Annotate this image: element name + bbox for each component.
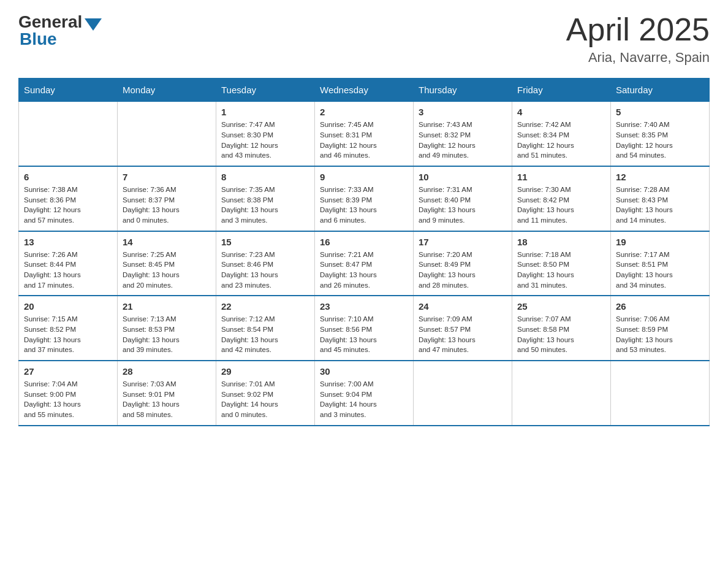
day-number: 30 [320,366,408,377]
cell-info: Sunrise: 7:21 AM Sunset: 8:47 PM Dayligh… [320,250,408,291]
day-number: 7 [123,172,211,182]
day-header-thursday: Thursday [414,79,512,102]
cell-info: Sunrise: 7:10 AM Sunset: 8:56 PM Dayligh… [320,314,408,355]
day-number: 21 [123,301,211,312]
calendar-cell: 16Sunrise: 7:21 AM Sunset: 8:47 PM Dayli… [315,231,414,296]
day-number: 6 [24,172,112,182]
cell-info: Sunrise: 7:26 AM Sunset: 8:44 PM Dayligh… [24,250,112,291]
cell-info: Sunrise: 7:42 AM Sunset: 8:34 PM Dayligh… [517,120,605,161]
calendar-cell: 8Sunrise: 7:35 AM Sunset: 8:38 PM Daylig… [216,166,315,231]
cell-info: Sunrise: 7:43 AM Sunset: 8:32 PM Dayligh… [419,120,507,161]
cell-info: Sunrise: 7:00 AM Sunset: 9:04 PM Dayligh… [320,379,408,420]
calendar-cell: 15Sunrise: 7:23 AM Sunset: 8:46 PM Dayli… [216,231,315,296]
calendar-cell [512,361,611,426]
calendar-cell [611,361,710,426]
day-number: 17 [419,237,507,247]
day-number: 22 [221,301,309,312]
cell-info: Sunrise: 7:17 AM Sunset: 8:51 PM Dayligh… [616,250,704,291]
day-number: 5 [616,107,704,117]
cell-info: Sunrise: 7:28 AM Sunset: 8:43 PM Dayligh… [616,185,704,226]
day-number: 28 [123,366,211,377]
calendar-cell: 25Sunrise: 7:07 AM Sunset: 8:58 PM Dayli… [512,296,611,361]
day-header-monday: Monday [118,79,216,102]
calendar-cell: 17Sunrise: 7:20 AM Sunset: 8:49 PM Dayli… [414,231,512,296]
day-number: 8 [221,172,309,182]
cell-info: Sunrise: 7:40 AM Sunset: 8:35 PM Dayligh… [616,120,704,161]
day-number: 14 [123,237,211,247]
logo-arrow-icon [85,18,102,31]
day-number: 9 [320,172,408,182]
calendar-cell: 22Sunrise: 7:12 AM Sunset: 8:54 PM Dayli… [216,296,315,361]
calendar-cell [118,102,216,166]
calendar-cell: 7Sunrise: 7:36 AM Sunset: 8:37 PM Daylig… [118,166,216,231]
cell-info: Sunrise: 7:06 AM Sunset: 8:59 PM Dayligh… [616,314,704,355]
day-number: 4 [517,107,605,117]
cell-info: Sunrise: 7:38 AM Sunset: 8:36 PM Dayligh… [24,185,112,226]
calendar-week-2: 6Sunrise: 7:38 AM Sunset: 8:36 PM Daylig… [19,166,710,231]
calendar-cell: 27Sunrise: 7:04 AM Sunset: 9:00 PM Dayli… [19,361,118,426]
cell-info: Sunrise: 7:01 AM Sunset: 9:02 PM Dayligh… [221,379,309,420]
cell-info: Sunrise: 7:45 AM Sunset: 8:31 PM Dayligh… [320,120,408,161]
calendar-cell: 28Sunrise: 7:03 AM Sunset: 9:01 PM Dayli… [118,361,216,426]
day-number: 20 [24,301,112,312]
cell-info: Sunrise: 7:23 AM Sunset: 8:46 PM Dayligh… [221,250,309,291]
cell-info: Sunrise: 7:12 AM Sunset: 8:54 PM Dayligh… [221,314,309,355]
cell-info: Sunrise: 7:30 AM Sunset: 8:42 PM Dayligh… [517,185,605,226]
calendar-week-3: 13Sunrise: 7:26 AM Sunset: 8:44 PM Dayli… [19,231,710,296]
cell-info: Sunrise: 7:15 AM Sunset: 8:52 PM Dayligh… [24,314,112,355]
calendar-cell: 6Sunrise: 7:38 AM Sunset: 8:36 PM Daylig… [19,166,118,231]
day-header-wednesday: Wednesday [315,79,414,102]
day-number: 19 [616,237,704,247]
calendar-cell: 19Sunrise: 7:17 AM Sunset: 8:51 PM Dayli… [611,231,710,296]
header: General Blue April 2025 Aria, Navarre, S… [18,12,710,66]
day-number: 2 [320,107,408,117]
cell-info: Sunrise: 7:04 AM Sunset: 9:00 PM Dayligh… [24,379,112,420]
cell-info: Sunrise: 7:20 AM Sunset: 8:49 PM Dayligh… [419,250,507,291]
cell-info: Sunrise: 7:33 AM Sunset: 8:39 PM Dayligh… [320,185,408,226]
calendar-cell: 14Sunrise: 7:25 AM Sunset: 8:45 PM Dayli… [118,231,216,296]
calendar-cell [19,102,118,166]
calendar-week-1: 1Sunrise: 7:47 AM Sunset: 8:30 PM Daylig… [19,102,710,166]
calendar-body: 1Sunrise: 7:47 AM Sunset: 8:30 PM Daylig… [19,102,710,426]
day-number: 11 [517,172,605,182]
calendar-cell: 30Sunrise: 7:00 AM Sunset: 9:04 PM Dayli… [315,361,414,426]
calendar-cell: 9Sunrise: 7:33 AM Sunset: 8:39 PM Daylig… [315,166,414,231]
calendar-cell: 12Sunrise: 7:28 AM Sunset: 8:43 PM Dayli… [611,166,710,231]
day-number: 13 [24,237,112,247]
calendar-cell: 3Sunrise: 7:43 AM Sunset: 8:32 PM Daylig… [414,102,512,166]
logo-blue-text: Blue [20,29,57,49]
calendar-cell: 23Sunrise: 7:10 AM Sunset: 8:56 PM Dayli… [315,296,414,361]
cell-info: Sunrise: 7:25 AM Sunset: 8:45 PM Dayligh… [123,250,211,291]
cell-info: Sunrise: 7:47 AM Sunset: 8:30 PM Dayligh… [221,120,309,161]
calendar-cell: 5Sunrise: 7:40 AM Sunset: 8:35 PM Daylig… [611,102,710,166]
calendar-header-row: SundayMondayTuesdayWednesdayThursdayFrid… [19,79,710,102]
calendar-cell: 13Sunrise: 7:26 AM Sunset: 8:44 PM Dayli… [19,231,118,296]
day-number: 27 [24,366,112,377]
cell-info: Sunrise: 7:03 AM Sunset: 9:01 PM Dayligh… [123,379,211,420]
day-number: 1 [221,107,309,117]
day-number: 26 [616,301,704,312]
day-number: 24 [419,301,507,312]
cell-info: Sunrise: 7:31 AM Sunset: 8:40 PM Dayligh… [419,185,507,226]
day-number: 29 [221,366,309,377]
calendar-cell: 20Sunrise: 7:15 AM Sunset: 8:52 PM Dayli… [19,296,118,361]
day-number: 3 [419,107,507,117]
calendar-cell: 2Sunrise: 7:45 AM Sunset: 8:31 PM Daylig… [315,102,414,166]
day-number: 15 [221,237,309,247]
cell-info: Sunrise: 7:36 AM Sunset: 8:37 PM Dayligh… [123,185,211,226]
day-header-friday: Friday [512,79,611,102]
day-number: 12 [616,172,704,182]
day-header-saturday: Saturday [611,79,710,102]
calendar-week-5: 27Sunrise: 7:04 AM Sunset: 9:00 PM Dayli… [19,361,710,426]
calendar-cell: 18Sunrise: 7:18 AM Sunset: 8:50 PM Dayli… [512,231,611,296]
location-title: Aria, Navarre, Spain [566,50,710,66]
day-number: 25 [517,301,605,312]
day-number: 16 [320,237,408,247]
calendar-cell: 21Sunrise: 7:13 AM Sunset: 8:53 PM Dayli… [118,296,216,361]
calendar-cell: 24Sunrise: 7:09 AM Sunset: 8:57 PM Dayli… [414,296,512,361]
day-header-sunday: Sunday [19,79,118,102]
cell-info: Sunrise: 7:07 AM Sunset: 8:58 PM Dayligh… [517,314,605,355]
month-title: April 2025 [566,12,710,47]
day-number: 10 [419,172,507,182]
cell-info: Sunrise: 7:09 AM Sunset: 8:57 PM Dayligh… [419,314,507,355]
